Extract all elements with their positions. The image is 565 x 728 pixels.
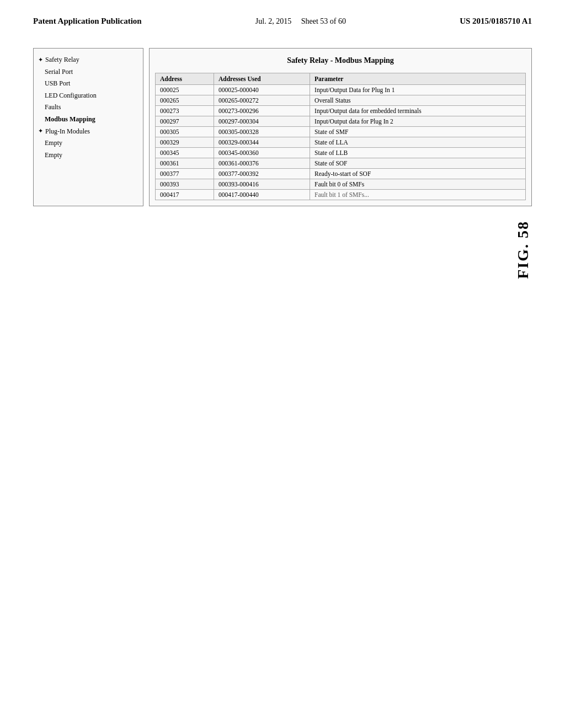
nav-item[interactable]: USB Port <box>38 78 138 90</box>
table-row: 000273000273-000296Input/Output data for… <box>156 106 526 116</box>
cell-addresses-used: 000329-000344 <box>214 137 310 148</box>
cell-address: 000345 <box>156 148 214 158</box>
header-right: US 2015/0185710 A1 <box>460 17 532 26</box>
nav-item[interactable]: ✦ Safety Relay <box>38 54 138 66</box>
cell-parameter: State of LLB <box>310 148 526 158</box>
nav-item[interactable]: Empty <box>38 149 138 162</box>
nav-item[interactable]: LED Configuration <box>38 90 138 102</box>
nav-label: Safety Relay <box>45 54 79 66</box>
cell-addresses-used: 000025-000040 <box>214 85 310 95</box>
table-row: 000297000297-000304Input/Output data for… <box>156 116 526 127</box>
cell-addresses-used: 000297-000304 <box>214 116 310 127</box>
cell-address: 000025 <box>156 85 214 95</box>
nav-item[interactable]: Empty <box>38 137 138 149</box>
nav-item[interactable]: ✦ Plug-In Modules <box>38 126 138 138</box>
nav-label: Empty <box>45 137 62 149</box>
nav-label: Serial Port <box>45 66 73 78</box>
cell-parameter: Overall Status <box>310 95 526 106</box>
cell-address: 000297 <box>156 116 214 127</box>
table-row: 000265000265-000272Overall Status <box>156 95 526 106</box>
cell-addresses-used: 000377-000392 <box>214 169 310 179</box>
cell-addresses-used: 000345-000360 <box>214 148 310 158</box>
cell-parameter: Input/Output Data for Plug In 1 <box>310 85 526 95</box>
nav-bullet: ✦ <box>38 126 43 137</box>
nav-label: Modbus Mapping <box>45 114 95 126</box>
table-row: 000377000377-000392Ready-to-start of SOF <box>156 169 526 179</box>
table-row: 000361000361-000376State of SOF <box>156 158 526 169</box>
cell-address: 000361 <box>156 158 214 169</box>
col-header-parameter: Parameter <box>310 73 526 85</box>
cell-addresses-used: 000305-000328 <box>214 127 310 137</box>
cell-parameter: Fault bit 1 of SMFs... <box>310 190 526 200</box>
nav-label: Faults <box>45 101 61 114</box>
nav-item[interactable]: Faults <box>38 101 138 114</box>
cell-parameter: Input/Output data for Plug In 2 <box>310 116 526 127</box>
nav-item[interactable]: Serial Port <box>38 66 138 78</box>
cell-addresses-used: 000361-000376 <box>214 158 310 169</box>
cell-address: 000305 <box>156 127 214 137</box>
table-row: 000025000025-000040Input/Output Data for… <box>156 85 526 95</box>
nav-label: USB Port <box>45 78 70 90</box>
nav-item[interactable]: Modbus Mapping <box>38 114 138 126</box>
fig-label: FIG. 58 <box>514 221 532 279</box>
cell-parameter: Fault bit 0 of SMFs <box>310 179 526 190</box>
cell-addresses-used: 000417-000440 <box>214 190 310 200</box>
cell-address: 000377 <box>156 169 214 179</box>
header-center: Jul. 2, 2015 Sheet 53 of 60 <box>255 17 346 26</box>
table-row: 000417000417-000440Fault bit 1 of SMFs..… <box>156 190 526 200</box>
page-header: Patent Application Publication Jul. 2, 2… <box>0 0 565 37</box>
table-row: 000329000329-000344State of LLA <box>156 137 526 148</box>
cell-parameter: State of LLA <box>310 137 526 148</box>
nav-label: Empty <box>45 149 62 162</box>
nav-bullet: ✦ <box>38 55 43 66</box>
cell-addresses-used: 000393-000416 <box>214 179 310 190</box>
cell-addresses-used: 000273-000296 <box>214 106 310 116</box>
cell-parameter: State of SMF <box>310 127 526 137</box>
sheet-number: Sheet 53 of 60 <box>301 17 346 25</box>
cell-address: 000329 <box>156 137 214 148</box>
panel-title: Safety Relay - Modbus Mapping <box>155 54 526 67</box>
cell-parameter: State of SOF <box>310 158 526 169</box>
table-row: 000345000345-000360State of LLB <box>156 148 526 158</box>
cell-parameter: Input/Output data for embedded terminals <box>310 106 526 116</box>
right-panel: Safety Relay - Modbus Mapping Address Ad… <box>149 48 532 206</box>
cell-address: 000265 <box>156 95 214 106</box>
nav-label: Plug-In Modules <box>45 126 90 138</box>
col-header-address: Address <box>156 73 214 85</box>
nav-label: LED Configuration <box>45 90 97 102</box>
header-left: Patent Application Publication <box>33 17 142 26</box>
col-header-addresses-used: Addresses Used <box>214 73 310 85</box>
table-row: 000305000305-000328State of SMF <box>156 127 526 137</box>
cell-address: 000417 <box>156 190 214 200</box>
modbus-table: Address Addresses Used Parameter 0000250… <box>155 73 526 200</box>
table-row: 000393000393-000416Fault bit 0 of SMFs <box>156 179 526 190</box>
cell-parameter: Ready-to-start of SOF <box>310 169 526 179</box>
cell-addresses-used: 000265-000272 <box>214 95 310 106</box>
left-nav-panel: ✦ Safety RelaySerial PortUSB PortLED Con… <box>33 48 143 206</box>
main-content: ✦ Safety RelaySerial PortUSB PortLED Con… <box>0 37 565 217</box>
cell-address: 000393 <box>156 179 214 190</box>
cell-address: 000273 <box>156 106 214 116</box>
